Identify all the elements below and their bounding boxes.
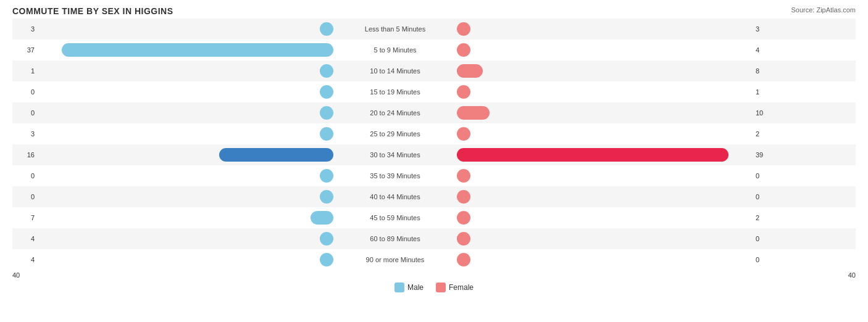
left-bar-area xyxy=(37,253,333,266)
male-bar xyxy=(320,127,333,141)
right-value: 3 xyxy=(753,25,778,33)
axis-right: 40 xyxy=(848,271,856,279)
right-value: 39 xyxy=(753,151,778,159)
female-bar xyxy=(457,22,470,36)
chart-row: 0 20 to 24 Minutes 10 xyxy=(12,102,856,123)
left-bar-area xyxy=(37,85,333,99)
chart-row: 7 45 to 59 Minutes 2 xyxy=(12,207,856,228)
chart-row: 37 5 to 9 Minutes 4 xyxy=(12,39,856,60)
chart-row: 0 40 to 44 Minutes 0 xyxy=(12,186,856,207)
right-bar-area xyxy=(457,127,753,141)
left-bar-area xyxy=(37,148,333,162)
row-label: 40 to 44 Minutes xyxy=(333,193,457,200)
left-bar-area xyxy=(37,211,333,225)
right-bar-area xyxy=(457,190,753,204)
male-bar xyxy=(320,232,333,246)
row-label: 45 to 59 Minutes xyxy=(333,214,457,221)
female-bar xyxy=(457,211,470,225)
legend: Male Female xyxy=(12,283,856,292)
female-bar xyxy=(457,106,490,120)
left-value: 4 xyxy=(12,256,37,263)
right-value: 2 xyxy=(753,130,778,138)
left-value: 37 xyxy=(12,46,37,54)
axis-labels: 40 40 xyxy=(12,271,856,279)
left-value: 16 xyxy=(12,151,37,159)
female-bar xyxy=(457,43,470,57)
row-label: 25 to 29 Minutes xyxy=(333,130,457,138)
right-bar-area xyxy=(457,211,753,225)
left-value: 4 xyxy=(12,235,37,242)
female-bar xyxy=(457,127,470,141)
female-bar xyxy=(457,232,470,246)
left-bar-area xyxy=(37,232,333,246)
chart-container: COMMUTE TIME BY SEX IN HIGGINS Source: Z… xyxy=(0,0,868,322)
left-value: 3 xyxy=(12,130,37,138)
row-label: 30 to 34 Minutes xyxy=(333,151,457,159)
row-label: 35 to 39 Minutes xyxy=(333,172,457,180)
right-bar-area xyxy=(457,22,753,36)
right-bar-area xyxy=(457,232,753,246)
legend-male: Male xyxy=(394,283,424,292)
right-value: 10 xyxy=(753,109,778,117)
right-value: 0 xyxy=(753,193,778,200)
right-bar-area xyxy=(457,64,753,78)
male-bar xyxy=(320,169,333,183)
right-bar-area xyxy=(457,148,753,162)
left-value: 0 xyxy=(12,109,37,117)
chart-row: 0 15 to 19 Minutes 1 xyxy=(12,81,856,102)
right-bar-area xyxy=(457,169,753,183)
chart-row: 3 25 to 29 Minutes 2 xyxy=(12,123,856,144)
left-value: 0 xyxy=(12,172,37,180)
right-value: 1 xyxy=(753,88,778,96)
male-bar xyxy=(320,85,333,99)
right-bar-area xyxy=(457,106,753,120)
left-value: 0 xyxy=(12,88,37,96)
right-bar-area xyxy=(457,253,753,266)
male-bar xyxy=(62,43,333,57)
chart-row: 1 10 to 14 Minutes 8 xyxy=(12,60,856,81)
row-label: 5 to 9 Minutes xyxy=(333,46,457,54)
right-value: 0 xyxy=(753,235,778,242)
row-label: 10 to 14 Minutes xyxy=(333,67,457,75)
legend-male-label: Male xyxy=(407,283,424,292)
female-bar xyxy=(457,253,470,266)
male-bar xyxy=(320,64,333,78)
chart-row: 0 35 to 39 Minutes 0 xyxy=(12,165,856,186)
legend-female: Female xyxy=(436,283,474,292)
right-bar-area xyxy=(457,85,753,99)
left-bar-area xyxy=(37,64,333,78)
axis-left: 40 xyxy=(12,271,20,279)
chart-row: 16 30 to 34 Minutes 39 xyxy=(12,144,856,165)
male-bar xyxy=(320,253,333,266)
left-value: 7 xyxy=(12,214,37,221)
chart-row: 3 Less than 5 Minutes 3 xyxy=(12,19,856,39)
male-bar xyxy=(320,22,333,36)
chart-title: COMMUTE TIME BY SEX IN HIGGINS xyxy=(12,6,856,16)
male-bar xyxy=(219,148,333,162)
row-label: 15 to 19 Minutes xyxy=(333,88,457,96)
female-bar xyxy=(457,148,728,162)
source-label: Source: ZipAtlas.com xyxy=(791,6,856,14)
male-bar xyxy=(320,190,333,204)
legend-female-box xyxy=(436,283,446,292)
female-bar xyxy=(457,169,470,183)
right-value: 4 xyxy=(753,46,778,54)
legend-male-box xyxy=(394,283,404,292)
right-value: 8 xyxy=(753,67,778,75)
male-bar xyxy=(320,106,333,120)
left-bar-area xyxy=(37,127,333,141)
left-bar-area xyxy=(37,190,333,204)
chart-row: 4 90 or more Minutes 0 xyxy=(12,249,856,270)
left-value: 1 xyxy=(12,67,37,75)
bars-area: 3 Less than 5 Minutes 3 37 5 to 9 Minute… xyxy=(12,19,856,270)
chart-row: 4 60 to 89 Minutes 0 xyxy=(12,228,856,249)
left-value: 0 xyxy=(12,193,37,200)
left-value: 3 xyxy=(12,25,37,33)
right-value: 0 xyxy=(753,256,778,263)
right-bar-area xyxy=(457,43,753,57)
female-bar xyxy=(457,190,470,204)
left-bar-area xyxy=(37,22,333,36)
right-value: 0 xyxy=(753,172,778,180)
row-label: 20 to 24 Minutes xyxy=(333,109,457,117)
male-bar xyxy=(311,211,333,225)
